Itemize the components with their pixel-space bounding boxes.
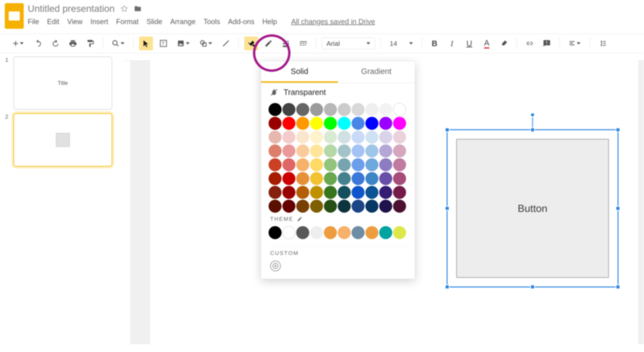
color-swatch[interactable] xyxy=(282,158,296,171)
theme-color-swatch[interactable] xyxy=(352,226,364,239)
theme-color-swatch[interactable] xyxy=(296,226,309,239)
color-swatch[interactable] xyxy=(296,186,309,199)
menu-file[interactable]: File xyxy=(28,17,39,26)
color-swatch[interactable] xyxy=(268,117,282,130)
color-swatch[interactable] xyxy=(338,131,351,144)
underline-button[interactable]: U xyxy=(462,36,476,50)
color-swatch[interactable] xyxy=(324,145,337,158)
menu-insert[interactable]: Insert xyxy=(90,17,108,26)
color-swatch[interactable] xyxy=(338,200,351,213)
color-swatch[interactable] xyxy=(324,158,337,171)
slide-thumbnail[interactable]: 2 xyxy=(5,113,118,167)
color-swatch[interactable] xyxy=(365,145,378,158)
highlight-color-button[interactable] xyxy=(497,36,511,50)
italic-button[interactable]: I xyxy=(445,36,459,50)
add-custom-color-button[interactable] xyxy=(270,261,281,271)
color-swatch[interactable] xyxy=(379,131,392,144)
color-swatch[interactable] xyxy=(268,145,282,158)
color-swatch[interactable] xyxy=(282,172,296,185)
color-swatch[interactable] xyxy=(268,200,282,213)
move-to-folder-icon[interactable] xyxy=(134,5,142,12)
star-icon[interactable] xyxy=(120,5,128,12)
menu-view[interactable]: View xyxy=(67,17,82,26)
font-size-dropdown[interactable]: 14 xyxy=(386,37,416,49)
save-status[interactable]: All changes saved in Drive xyxy=(291,17,375,26)
color-swatch[interactable] xyxy=(296,158,309,171)
color-swatch[interactable] xyxy=(365,131,378,144)
vertical-ruler[interactable] xyxy=(122,61,131,344)
menu-slide[interactable]: Slide xyxy=(146,17,162,26)
document-title[interactable]: Untitled presentation xyxy=(28,3,114,14)
menu-edit[interactable]: Edit xyxy=(47,17,59,26)
menu-help[interactable]: Help xyxy=(262,17,277,26)
selected-shape-bounds[interactable]: Button xyxy=(446,129,618,288)
color-swatch[interactable] xyxy=(352,186,364,199)
color-swatch[interactable] xyxy=(310,158,323,171)
line-tool-button[interactable] xyxy=(219,36,233,50)
color-swatch[interactable] xyxy=(310,186,323,199)
select-tool-button[interactable] xyxy=(139,36,153,50)
color-swatch[interactable] xyxy=(393,158,406,171)
rotate-handle[interactable] xyxy=(530,113,535,117)
shape-rectangle[interactable]: Button xyxy=(456,139,609,278)
color-swatch[interactable] xyxy=(379,200,392,213)
theme-color-swatch[interactable] xyxy=(338,226,351,239)
color-swatch[interactable] xyxy=(324,200,337,213)
color-swatch[interactable] xyxy=(282,117,296,130)
fill-tab-gradient[interactable]: Gradient xyxy=(338,61,415,83)
line-spacing-button[interactable] xyxy=(596,36,610,50)
color-swatch[interactable] xyxy=(282,200,296,213)
bold-button[interactable]: B xyxy=(428,36,442,50)
color-swatch[interactable] xyxy=(282,131,296,144)
theme-color-swatch[interactable] xyxy=(268,226,282,239)
resize-handle-ml[interactable] xyxy=(445,206,450,211)
color-swatch[interactable] xyxy=(352,200,364,213)
resize-handle-br[interactable] xyxy=(616,285,620,289)
color-swatch[interactable] xyxy=(365,103,378,116)
color-swatch[interactable] xyxy=(282,145,296,158)
color-swatch[interactable] xyxy=(365,200,378,213)
theme-color-swatch[interactable] xyxy=(282,226,296,239)
insert-link-button[interactable] xyxy=(522,36,536,50)
color-swatch[interactable] xyxy=(296,103,309,116)
color-swatch[interactable] xyxy=(296,145,309,158)
font-family-dropdown[interactable]: Arial xyxy=(322,37,375,49)
color-swatch[interactable] xyxy=(296,200,309,213)
theme-color-swatch[interactable] xyxy=(324,226,337,239)
textbox-tool-button[interactable]: T xyxy=(156,36,170,50)
color-swatch[interactable] xyxy=(379,158,392,171)
menu-add-ons[interactable]: Add-ons xyxy=(228,17,254,26)
border-dash-button[interactable] xyxy=(296,36,310,50)
resize-handle-bl[interactable] xyxy=(445,285,450,289)
color-swatch[interactable] xyxy=(282,103,296,116)
color-swatch[interactable] xyxy=(352,145,364,158)
color-swatch[interactable] xyxy=(296,117,309,130)
zoom-button[interactable] xyxy=(109,36,128,50)
image-tool-button[interactable] xyxy=(174,36,193,50)
color-swatch[interactable] xyxy=(310,200,323,213)
resize-handle-bm[interactable] xyxy=(530,285,535,289)
slide-thumbnail[interactable]: 1 Title xyxy=(5,56,118,110)
theme-color-swatch[interactable] xyxy=(310,226,323,239)
resize-handle-tm[interactable] xyxy=(530,128,535,132)
color-swatch[interactable] xyxy=(324,186,337,199)
theme-color-swatch[interactable] xyxy=(393,226,406,239)
color-swatch[interactable] xyxy=(379,186,392,199)
resize-handle-mr[interactable] xyxy=(616,206,620,211)
paint-format-button[interactable] xyxy=(84,36,97,50)
transparent-option[interactable]: Transparent xyxy=(261,83,415,101)
color-swatch[interactable] xyxy=(324,172,337,185)
color-swatch[interactable] xyxy=(393,103,406,116)
menu-arrange[interactable]: Arrange xyxy=(170,17,196,26)
color-swatch[interactable] xyxy=(338,186,351,199)
color-swatch[interactable] xyxy=(324,117,337,130)
redo-button[interactable] xyxy=(48,36,62,50)
slides-app-icon[interactable] xyxy=(5,3,24,29)
color-swatch[interactable] xyxy=(393,131,406,144)
color-swatch[interactable] xyxy=(365,172,378,185)
new-slide-button[interactable]: + xyxy=(9,36,28,50)
color-swatch[interactable] xyxy=(379,172,392,185)
theme-color-swatch[interactable] xyxy=(365,226,378,239)
print-button[interactable] xyxy=(66,36,80,50)
menu-format[interactable]: Format xyxy=(116,17,139,26)
